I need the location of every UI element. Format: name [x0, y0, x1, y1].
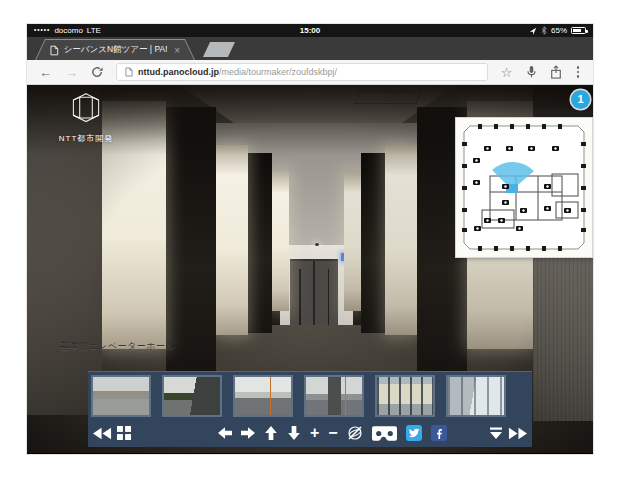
scene-thumbnail-6[interactable] [446, 375, 506, 417]
pan-right-icon[interactable] [241, 426, 255, 440]
scene-thumbnail-1[interactable] [91, 375, 151, 417]
thumbnail-toolbar: + − [88, 371, 532, 447]
page-icon [125, 67, 133, 77]
facebook-share-icon[interactable] [431, 425, 447, 441]
battery-percent-label: 65% [551, 26, 567, 35]
status-bar: ••••• docomo LTE 15:00 65% [27, 24, 593, 37]
battery-icon [571, 27, 586, 34]
share-icon[interactable] [550, 65, 562, 80]
bluetooth-icon [541, 26, 547, 35]
zoom-out-icon[interactable]: − [328, 425, 337, 441]
clock-label: 15:00 [27, 26, 593, 35]
voice-search-icon[interactable] [526, 65, 537, 79]
scene-thumbnail-2[interactable] [162, 375, 222, 417]
back-button[interactable]: ← [39, 66, 52, 79]
address-bar[interactable]: nttud.panocloud.jp/media/tourmaker/zoufd… [116, 63, 488, 81]
scene-caption: 基準階エレベーターホール [60, 340, 175, 353]
vr-cardboard-icon[interactable] [372, 426, 397, 441]
url-path: /media/tourmaker/zoufdskbpj/ [219, 67, 337, 77]
scene-thumbnail-5[interactable] [375, 375, 435, 417]
pan-left-icon[interactable] [218, 426, 232, 440]
scene-grid-icon[interactable] [117, 426, 131, 440]
browser-menu-icon[interactable] [575, 65, 582, 79]
tab-title: シーバンスN館ツアー | PAN [64, 44, 168, 56]
twitter-share-icon[interactable] [406, 425, 422, 441]
tab-bar: シーバンスN館ツアー | PAN × [27, 37, 593, 60]
gyroscope-off-icon[interactable] [347, 425, 363, 441]
bookmark-star-icon[interactable]: ☆ [501, 65, 513, 80]
location-arrow-icon [529, 27, 537, 35]
pan-down-icon[interactable] [287, 426, 301, 440]
scene-thumbnail-4[interactable] [304, 375, 364, 417]
new-tab-button[interactable] [203, 42, 235, 57]
browser-toolbar: ← → nttud.panocloud.jp/media/tourmaker/z… [27, 60, 593, 85]
rewind-icon[interactable] [93, 427, 112, 440]
forward-button[interactable]: → [65, 66, 78, 79]
url-domain: nttud.panocloud.jp [138, 67, 219, 77]
tab-active[interactable]: シーバンスN館ツアー | PAN × [35, 39, 195, 60]
ntt-cube-icon [68, 91, 104, 127]
tablet-screen: ••••• docomo LTE 15:00 65% シーバンスN館ツアー | … [27, 24, 593, 454]
pan-up-icon[interactable] [264, 426, 278, 440]
scene-thumbnail-3[interactable] [233, 375, 293, 417]
zoom-in-icon[interactable]: + [310, 425, 319, 441]
reload-button[interactable] [91, 66, 103, 78]
ntt-logo: NTT都市開発 [47, 91, 125, 144]
fast-forward-icon[interactable] [508, 427, 527, 440]
ntt-logo-label: NTT都市開発 [47, 133, 125, 144]
floorplan-minimap[interactable] [455, 117, 593, 258]
page-icon [50, 45, 59, 56]
hide-toolbar-icon[interactable] [489, 427, 503, 440]
floor-number-badge[interactable]: 1 [571, 90, 590, 109]
panorama-viewer[interactable]: NTT都市開発 基準階エレベーターホール [27, 85, 593, 453]
tab-close-icon[interactable]: × [174, 45, 180, 56]
